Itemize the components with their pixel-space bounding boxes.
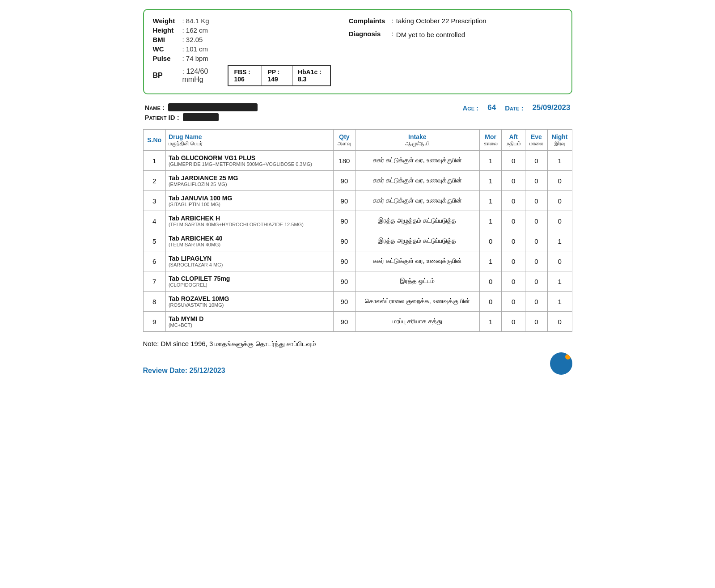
table-row: 6 Tab LIPAGLYN (SAROGLITAZAR 4 MG) 90 சு… [143, 251, 572, 271]
table-row: 7 Tab CLOPILET 75mg (CLOPIDOGREL) 90 இரத… [143, 271, 572, 292]
cell-drug-name: Tab MYMI D (MC+BCT) [165, 312, 333, 332]
weight-value: : 84.1 Kg [182, 17, 209, 25]
pp-label: PP : [267, 68, 279, 76]
cell-mor: 0 [479, 292, 501, 312]
cell-drug-name: Tab ARBICHEK 40 (TELMISARTAN 40MG) [165, 231, 333, 251]
cell-aft: 0 [502, 231, 525, 251]
name-redacted [168, 103, 258, 111]
cell-sno: 8 [143, 292, 165, 312]
cell-aft: 0 [502, 191, 525, 211]
cell-mor: 1 [479, 151, 501, 171]
cell-eve: 0 [525, 191, 547, 211]
cell-night: 1 [547, 292, 572, 312]
note: Note: DM since 1996, 3 மாதங்களுக்கு தொடர… [143, 340, 572, 348]
cell-sno: 1 [143, 151, 165, 171]
cell-eve: 0 [525, 151, 547, 171]
drug-generic-name: (GLIMEPRIDE 1MG+METFORMIN 500MG+VOGLIBOS… [169, 161, 330, 167]
cell-night: 1 [547, 231, 572, 251]
col-drug-name: Drug Name மருந்தின் பெயர் [165, 130, 333, 151]
drug-generic-name: (CLOPIDOGREL) [169, 282, 330, 288]
cell-night: 1 [547, 151, 572, 171]
drug-generic-name: (TELMISARTAN 40MG+HYDROCHLOROTHIAZIDE 12… [169, 222, 330, 227]
bottom-area: Review Date: 25/12/2023 [143, 352, 572, 375]
avatar-dot [565, 354, 571, 360]
age-label: Age : [462, 104, 478, 112]
drug-main-name: Tab JANUVIA 100 MG [169, 195, 330, 202]
cell-intake: இரத்த அழுத்தம் கட்டுப்படுத்த [355, 231, 479, 251]
cell-aft: 0 [502, 151, 525, 171]
labs-box: FBS : 106 PP : 149 HbA1c : 8.3 [228, 65, 330, 86]
date-label: Date : [505, 104, 523, 112]
cell-mor: 0 [479, 271, 501, 292]
diagnosis-label: Diagnosis [349, 30, 389, 38]
pulse-row: Pulse : 74 bpm [153, 55, 331, 62]
review-date: 25/12/2023 [190, 367, 225, 374]
cell-sno: 5 [143, 231, 165, 251]
cell-drug-name: Tab GLUCONORM VG1 PLUS (GLIMEPRIDE 1MG+M… [165, 151, 333, 171]
name-label: Name : [145, 104, 165, 111]
diagnosis-value: DM yet to be controlled [396, 30, 465, 38]
cell-sno: 9 [143, 312, 165, 332]
patient-name-row: Name : [145, 103, 258, 111]
cell-aft: 0 [502, 251, 525, 271]
cell-drug-name: Tab CLOPILET 75mg (CLOPIDOGREL) [165, 271, 333, 292]
avatar-area [550, 352, 572, 375]
weight-label: Weight [153, 17, 180, 25]
table-row: 5 Tab ARBICHEK 40 (TELMISARTAN 40MG) 90 … [143, 231, 572, 251]
cell-sno: 7 [143, 271, 165, 292]
table-row: 9 Tab MYMI D (MC+BCT) 90 மரப்பு சரியாக ச… [143, 312, 572, 332]
drug-main-name: Tab ARBICHEK 40 [169, 235, 330, 242]
cell-qty: 90 [334, 312, 355, 332]
cell-eve: 0 [525, 251, 547, 271]
cell-mor: 1 [479, 312, 501, 332]
cell-eve: 0 [525, 211, 547, 231]
pp-value: 149 [267, 76, 278, 83]
fbs-cell: FBS : 106 [228, 66, 262, 85]
bp-row: BP : 124/60 mmHg FBS : 106 PP : 149 HbA1… [153, 65, 331, 86]
avatar [550, 352, 572, 375]
cell-mor: 1 [479, 171, 501, 191]
vitals-left: Weight : 84.1 Kg Height : 162 cm BMI : 3… [153, 17, 331, 86]
cell-qty: 90 [334, 271, 355, 292]
bmi-value: : 32.05 [182, 36, 203, 43]
col-sno: S.No [143, 130, 165, 151]
bmi-label: BMI [153, 36, 180, 43]
cell-eve: 0 [525, 171, 547, 191]
fbs-label: FBS : [234, 68, 250, 76]
cell-intake: மரப்பு சரியாக சத்து [355, 312, 479, 332]
cell-drug-name: Tab LIPAGLYN (SAROGLITAZAR 4 MG) [165, 251, 333, 271]
cell-night: 0 [547, 251, 572, 271]
cell-aft: 0 [502, 171, 525, 191]
cell-intake: சுகர் கட்டுக்குள் வர, உணவுக்குபின் [355, 151, 479, 171]
cell-qty: 90 [334, 251, 355, 271]
drug-generic-name: (SITAGLIPTIN 100 MG) [169, 202, 330, 207]
table-row: 2 Tab JARDIANCE 25 MG (EMPAGLIFLOZIN 25 … [143, 171, 572, 191]
drug-main-name: Tab MYMI D [169, 315, 330, 322]
patient-id-row: Patient ID : [145, 113, 258, 121]
col-intake: Intake ஆ.மு/ஆ.பி [355, 130, 479, 151]
col-mor: Mor காலை [479, 130, 501, 151]
height-row: Height : 162 cm [153, 26, 331, 34]
hba1c-value: 8.3 [298, 76, 306, 83]
drug-main-name: Tab ROZAVEL 10MG [169, 295, 330, 302]
cell-mor: 1 [479, 191, 501, 211]
bmi-row: BMI : 32.05 [153, 36, 331, 43]
cell-aft: 0 [502, 312, 525, 332]
patient-right: Age : 64 Date : 25/09/2023 [462, 103, 570, 112]
cell-aft: 0 [502, 292, 525, 312]
cell-eve: 0 [525, 312, 547, 332]
drug-main-name: Tab JARDIANCE 25 MG [169, 174, 330, 182]
patient-info: Name : Patient ID : Age : 64 Date : 25/0… [143, 103, 572, 121]
cell-drug-name: Tab ROZAVEL 10MG (ROSUVASTATIN 10MG) [165, 292, 333, 312]
cell-qty: 90 [334, 171, 355, 191]
cell-intake: சுகர் கட்டுக்குள் வர, உணவுக்குபின் [355, 251, 479, 271]
drug-generic-name: (TELMISARTAN 40MG) [169, 242, 330, 247]
cell-drug-name: Tab JARDIANCE 25 MG (EMPAGLIFLOZIN 25 MG… [165, 171, 333, 191]
col-qty: Qty அளவு [334, 130, 355, 151]
cell-qty: 180 [334, 151, 355, 171]
hba1c-label: HbA1c : [298, 68, 322, 76]
drug-generic-name: (SAROGLITAZAR 4 MG) [169, 262, 330, 267]
cell-mor: 1 [479, 211, 501, 231]
pp-cell: PP : 149 [262, 66, 292, 85]
age-value: 64 [487, 103, 496, 112]
